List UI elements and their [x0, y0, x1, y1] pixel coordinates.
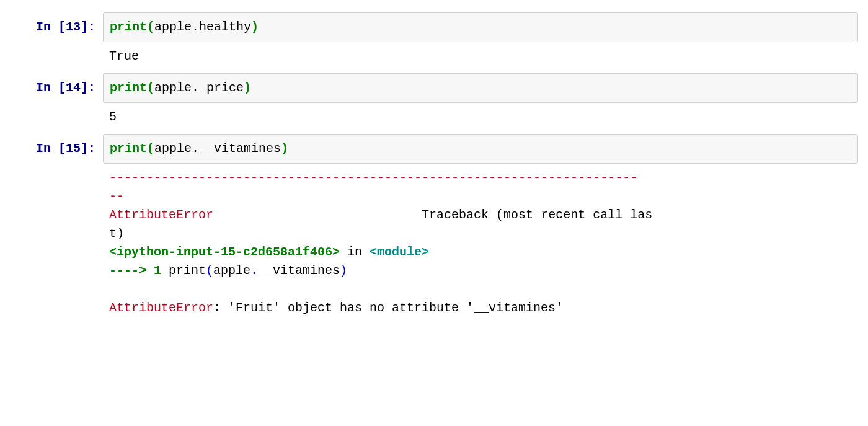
traceback-output: ----------------------------------------…	[103, 164, 858, 321]
attribute: __vitamines	[258, 264, 340, 278]
tb-call-fn: print	[169, 264, 206, 278]
dot-op: .	[250, 264, 258, 278]
identifier: apple	[154, 20, 192, 34]
prompt-label: In	[36, 20, 58, 34]
prompt-number: 13	[66, 20, 81, 34]
traceback-dashes: --	[109, 189, 124, 203]
identifier: apple	[154, 141, 192, 156]
builtin-fn: print	[110, 20, 147, 34]
close-paren: )	[244, 81, 251, 95]
output-text: True	[109, 49, 139, 63]
builtin-fn: print	[110, 81, 147, 95]
frame-location: <ipython-input-15-c2d658a1f406>	[109, 245, 340, 259]
traceback-label: t)	[109, 226, 124, 241]
attribute: __vitamines	[199, 141, 281, 156]
notebook-cell: In [15]: print(apple.__vitamines) ------…	[10, 134, 858, 321]
error-type: AttributeError	[109, 208, 213, 222]
code-input[interactable]: print(apple.healthy)	[103, 12, 858, 42]
close-paren: )	[340, 264, 347, 278]
cell-body: print(apple.healthy) True	[103, 12, 858, 69]
output-text: 5	[109, 110, 117, 124]
open-paren: (	[147, 141, 154, 156]
code-output: 5	[103, 103, 858, 130]
identifier: apple	[213, 264, 250, 278]
open-paren: (	[206, 264, 213, 278]
traceback-label: Traceback (most recent call las	[422, 208, 652, 222]
traceback-dashes: ----------------------------------------…	[109, 171, 637, 185]
module-label: <module>	[370, 245, 429, 259]
prompt-label: In	[36, 81, 58, 95]
open-paren: (	[147, 20, 154, 34]
close-paren: )	[251, 20, 259, 34]
dot-op: .	[192, 81, 199, 95]
open-paren: (	[147, 81, 154, 95]
identifier: apple	[154, 81, 192, 95]
prompt-number: 15	[66, 141, 81, 156]
cell-body: print(apple._price) 5	[103, 73, 858, 130]
code-input[interactable]: print(apple._price)	[103, 73, 858, 103]
code-input[interactable]: print(apple.__vitamines)	[103, 134, 858, 164]
attribute: healthy	[199, 20, 251, 34]
tb-arrow: ----> 1	[109, 264, 169, 278]
notebook-cell: In [13]: print(apple.healthy) True	[10, 12, 858, 69]
dot-op: .	[192, 141, 199, 156]
error-message: : 'Fruit' object has no attribute '__vit…	[213, 301, 563, 315]
cell-body: print(apple.__vitamines) ---------------…	[103, 134, 858, 321]
attribute: _price	[199, 81, 244, 95]
notebook-cell: In [14]: print(apple._price) 5	[10, 73, 858, 130]
close-paren: )	[281, 141, 288, 156]
dot-op: .	[192, 20, 199, 34]
input-prompt: In [15]:	[10, 134, 103, 321]
builtin-fn: print	[110, 141, 147, 156]
prompt-label: In	[36, 141, 58, 156]
prompt-number: 14	[66, 81, 81, 95]
input-prompt: In [13]:	[10, 12, 103, 69]
input-prompt: In [14]:	[10, 73, 103, 130]
error-type: AttributeError	[109, 301, 213, 315]
code-output: True	[103, 42, 858, 69]
